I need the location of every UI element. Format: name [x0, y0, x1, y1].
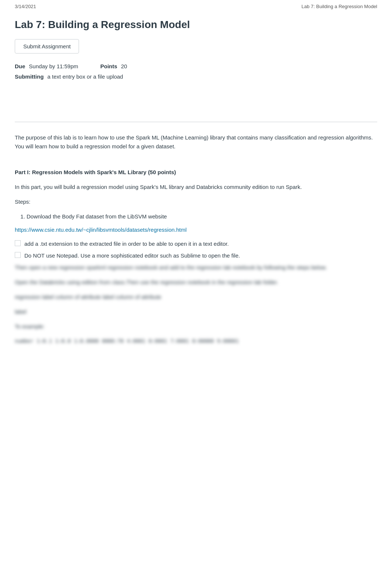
meta-section: Due Sunday by 11:59pm Points 20 Submitti… — [15, 62, 377, 81]
blurred-paragraph-1: Then open a new regression sparkml regre… — [15, 263, 377, 272]
steps-list: Download the Body Fat dataset from the L… — [27, 212, 377, 221]
submitting-value: a text entry box or a file upload — [47, 73, 123, 81]
topbar-breadcrumb: Lab 7: Building a Regression Model — [302, 3, 377, 10]
blurred-line-2: label — [15, 307, 377, 316]
blurred-line-3: To example: — [15, 322, 377, 331]
submitting-item: Submitting a text entry box or a file up… — [15, 73, 123, 81]
dataset-url[interactable]: https://www.csie.ntu.edu.tw/~cjlin/libsv… — [15, 225, 377, 234]
blurred-line-1: regression label column of attribute lab… — [15, 293, 377, 301]
steps-label: Steps: — [15, 197, 377, 206]
due-item: Due Sunday by 11:59pm — [15, 62, 78, 71]
submitting-label: Submitting — [15, 73, 44, 81]
checkbox-label-1: add a .txt extension to the extracted fi… — [24, 239, 229, 248]
points-label: Points — [100, 62, 117, 71]
part1-intro: In this part, you will build a regressio… — [15, 183, 377, 192]
points-item: Points 20 — [100, 62, 127, 71]
main-content: Lab 7: Building a Regression Model Submi… — [0, 13, 392, 366]
submit-assignment-button[interactable]: Submit Assignment — [15, 39, 79, 54]
step1-item: Download the Body Fat dataset from the L… — [27, 212, 377, 221]
blurred-code-line: number 1:0.1 1:0.0 1:0.0000 0000:70 4:00… — [15, 337, 377, 345]
due-value: Sunday by 11:59pm — [29, 62, 78, 71]
meta-row-1: Due Sunday by 11:59pm Points 20 — [15, 62, 377, 71]
description-section: The purpose of this lab is to learn how … — [15, 133, 377, 345]
topbar: 3/14/2021 Lab 7: Building a Regression M… — [0, 0, 392, 13]
topbar-date: 3/14/2021 — [15, 3, 36, 10]
meta-row-2: Submitting a text entry box or a file up… — [15, 73, 377, 81]
checkbox-1[interactable] — [15, 240, 21, 246]
due-label: Due — [15, 62, 25, 71]
part1-heading: Part I: Regression Models with Spark's M… — [15, 168, 377, 177]
checkbox-2[interactable] — [15, 252, 21, 258]
intro-paragraph: The purpose of this lab is to learn how … — [15, 133, 377, 151]
points-value: 20 — [121, 62, 127, 71]
checkbox-item-1: add a .txt extension to the extracted fi… — [15, 239, 377, 248]
checkbox-item-2: Do NOT use Notepad. Use a more sophistic… — [15, 251, 377, 260]
blurred-paragraph-2: Open the Databricks using edition from c… — [15, 278, 377, 287]
divider — [15, 122, 377, 122]
checkbox-label-2: Do NOT use Notepad. Use a more sophistic… — [24, 251, 240, 260]
page-title: Lab 7: Building a Regression Model — [15, 17, 377, 32]
step1-text: Download the Body Fat dataset from the L… — [27, 213, 167, 220]
